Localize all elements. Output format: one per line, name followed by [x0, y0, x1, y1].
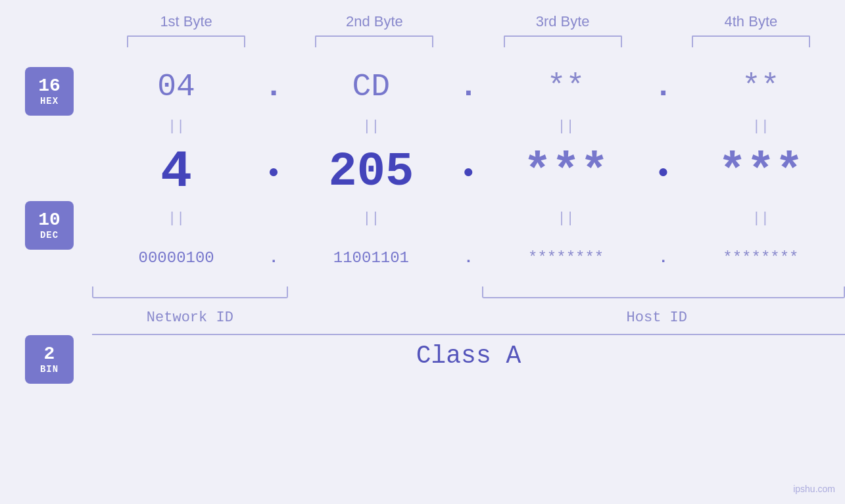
network-id-bracket [92, 286, 288, 298]
hex-b1-cell: 04 [92, 69, 260, 104]
bin-dot-3: . [650, 249, 677, 267]
dec-badge: 10 DEC [25, 201, 74, 250]
top-bracket-3 [504, 35, 622, 47]
hex-b1-value: 04 [157, 69, 195, 104]
byte4-header: 4th Byte [657, 13, 845, 30]
eq1-b2: || [287, 118, 455, 135]
id-labels-row: Network ID Host ID [92, 309, 845, 326]
eq2-b1: || [92, 210, 260, 227]
top-bracket-4 [692, 35, 810, 47]
bin-b1-cell: 00000100 [92, 249, 260, 267]
content-area: 16 HEX 10 DEC 2 BIN 04 . [0, 60, 845, 384]
header-row: 1st Byte 2nd Byte 3rd Byte 4th Byte [0, 13, 845, 30]
hex-dot-3: . [650, 69, 677, 104]
data-grid: 04 . CD . ** . ** [92, 60, 845, 370]
equals-row-2: || || || || [92, 205, 845, 231]
top-bracket-1 [127, 35, 245, 47]
bracket-cell-1 [92, 35, 280, 47]
hex-badge: 16 HEX [25, 67, 74, 116]
bin-dot-2: . [456, 249, 482, 267]
bracket-cell-4 [657, 35, 845, 47]
eq1-b4: || [677, 118, 845, 135]
byte3-header: 3rd Byte [469, 13, 657, 30]
main-container: 1st Byte 2nd Byte 3rd Byte 4th Byte 16 H… [0, 0, 845, 504]
hex-b4-cell: ** [677, 69, 845, 104]
byte2-header: 2nd Byte [280, 13, 468, 30]
class-row: Class A [92, 334, 845, 370]
hex-dot-1: . [260, 69, 287, 104]
eq2-b2: || [287, 210, 455, 227]
bin-b3-value: ******** [528, 249, 604, 267]
dec-b2-value: 205 [329, 145, 414, 199]
dec-dot-1: ● [260, 162, 287, 183]
hex-row: 04 . CD . ** . ** [92, 60, 845, 113]
hex-b2-cell: CD [287, 69, 455, 104]
eq2-b3: || [482, 210, 650, 227]
host-id-label: Host ID [469, 309, 846, 326]
bin-badge-label: BIN [40, 364, 59, 375]
eq2-b4: || [677, 210, 845, 227]
class-value: Class A [416, 342, 521, 370]
bin-b3-cell: ******** [482, 249, 650, 267]
top-bracket-row [0, 35, 845, 47]
eq1-b3: || [482, 118, 650, 135]
hex-badge-label: HEX [40, 96, 59, 106]
top-bracket-2 [315, 35, 433, 47]
equals-row-1: || || || || [92, 113, 845, 139]
bin-badge: 2 BIN [25, 335, 74, 384]
dec-dot-3: ● [650, 162, 677, 183]
bin-b4-value: ******** [723, 249, 798, 267]
dec-b4-cell: *** [677, 149, 845, 196]
bin-b2-value: 11001101 [333, 249, 409, 267]
hex-b3-value: ** [547, 69, 585, 104]
hex-b2-value: CD [352, 69, 391, 104]
watermark: ipshu.com [793, 484, 835, 494]
bin-row: 00000100 . 11001101 . ******** . [92, 231, 845, 284]
byte1-header: 1st Byte [92, 13, 280, 30]
dec-b4-value: *** [718, 145, 804, 199]
hex-b4-value: ** [742, 69, 780, 104]
dec-dot-2: ● [456, 162, 482, 183]
hex-b3-cell: ** [482, 69, 650, 104]
bin-b2-cell: 11001101 [287, 249, 455, 267]
dec-badge-label: DEC [40, 230, 59, 241]
host-id-bracket [482, 286, 846, 298]
badges-column: 16 HEX 10 DEC 2 BIN [0, 60, 92, 384]
dec-b1-cell: 4 [92, 146, 260, 198]
hex-badge-number: 16 [38, 76, 60, 97]
dec-b2-cell: 205 [287, 149, 455, 196]
dec-b3-value: *** [523, 145, 609, 199]
bin-dot-1: . [260, 249, 287, 267]
network-id-label: Network ID [92, 309, 288, 326]
hex-dot-2: . [456, 69, 482, 104]
bottom-brackets-container [92, 286, 845, 306]
bin-badge-number: 2 [44, 344, 55, 365]
bin-b4-cell: ******** [677, 249, 845, 267]
bracket-cell-2 [280, 35, 468, 47]
bin-b1-value: 00000100 [139, 249, 214, 267]
dec-badge-number: 10 [38, 210, 60, 231]
bracket-cell-3 [469, 35, 657, 47]
dec-b3-cell: *** [482, 149, 650, 196]
dec-b1-value: 4 [160, 142, 192, 202]
dec-row: 4 ● 205 ● *** ● *** [92, 139, 845, 205]
eq1-b1: || [92, 118, 260, 135]
